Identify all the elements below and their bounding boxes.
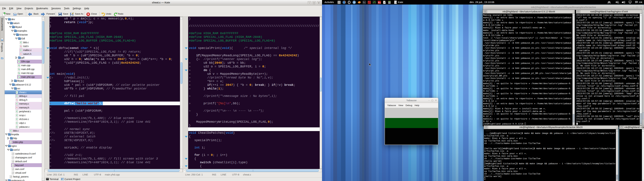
svg-text:Fz: Fz [378, 1, 381, 4]
